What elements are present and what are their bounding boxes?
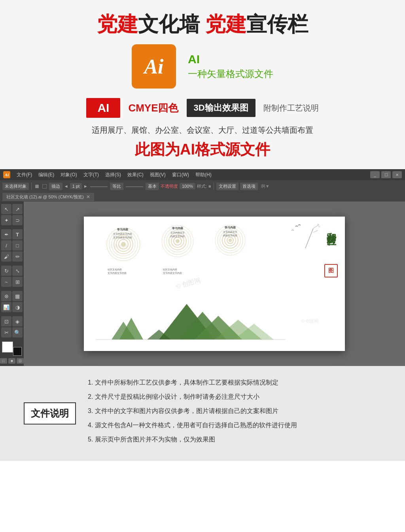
menu-object[interactable]: 对象(O) (58, 171, 79, 179)
menu-effect[interactable]: 效果(C) (125, 171, 146, 179)
svg-point-13 (176, 239, 180, 243)
text-box-2: 学习内容 文字内容文字内容文字内容 (162, 226, 193, 238)
sub-text-box-1: 社区文化内容 文字内容文字内容 (108, 268, 147, 275)
desc-item-3: 3. 文件中的文字和图片内容仅供参考，图片请根据自己的文案和图片 (88, 406, 381, 416)
stroke-color[interactable] (13, 347, 22, 356)
ai-description: AI 一种矢量格式源文件 (188, 53, 273, 80)
ai-icon-text: Ai (144, 55, 163, 78)
desc-item-1: 1. 文件中所标制作工艺仅供参考，具体制作工艺要根据实际情况制定 (88, 378, 381, 387)
document-tab[interactable]: 社区文化墙 (12).ai @ 50% (CMYK/预览) ✕ (2, 193, 94, 201)
select-tool[interactable]: ↖ (1, 204, 11, 214)
svg-line-30 (305, 228, 313, 248)
status-no-selection: 未选择对象 (2, 183, 29, 190)
menu-window[interactable]: 窗口(W) (170, 171, 191, 179)
branch-decoration (290, 221, 321, 254)
scissors-tool[interactable]: ✂ (1, 327, 11, 338)
text-box-3: 学习内容 文字内容文字内容文字内容 (215, 226, 245, 237)
text-box-1: 学习内容 文字内容文字内容文字内容文字内容 (107, 228, 138, 239)
tool-row-slice: ⊡ ◈ (1, 316, 23, 326)
menu-text[interactable]: 文字(T) (81, 171, 101, 179)
menu-file[interactable]: 文件(F) (14, 171, 34, 179)
tool-mode-row: □ ■ ⊡ (0, 358, 24, 364)
menu-view[interactable]: 视图(V) (148, 171, 168, 179)
normal-mode-icon[interactable]: □ (0, 358, 7, 364)
tag-ai-box: AI (86, 98, 120, 118)
stroke-width[interactable]: 1 pt (70, 183, 82, 189)
window-minimize-btn[interactable]: ⎯ (370, 171, 380, 178)
tab-title: 社区文化墙 (12).ai @ 50% (CMYK/预览) (6, 194, 84, 200)
free-transform-tool[interactable]: ⊞ (12, 277, 23, 287)
rotate-tool[interactable]: ↻ (1, 266, 11, 276)
pie-chart-tool[interactable]: ◑ (12, 302, 23, 312)
style-label: 样式: (197, 183, 207, 189)
behind-mode-icon[interactable]: ■ (8, 358, 15, 364)
rect-tool[interactable]: □ (12, 240, 23, 251)
svg-point-20 (229, 239, 232, 242)
warp-tool[interactable]: ~ (1, 277, 11, 287)
direct-select-tool[interactable]: ↗ (12, 204, 23, 214)
ai-menubar[interactable]: 文件(F) 编辑(E) 对象(O) 文字(T) 选择(S) 效果(C) 视图(V… (14, 171, 214, 179)
title-xuanchuan: 宣传栏 (246, 13, 308, 36)
tab-close-btn[interactable]: ✕ (86, 194, 90, 200)
bottom-section: 文件说明 1. 文件中所标制作工艺仅供参考，具体制作工艺要根据实际情况制定 2.… (0, 366, 405, 461)
preferences-btn[interactable]: 首选项 (240, 183, 258, 190)
eraser-tool[interactable]: ◈ (12, 316, 23, 326)
tool-row-brush: 🖌 ✏ (1, 251, 23, 262)
toolbar-divider (31, 183, 32, 190)
tool-row-scissors: ✂ 🔍 (1, 327, 23, 338)
fill-color[interactable] (2, 341, 13, 353)
tool-row-arrows: ↖ ↗ (1, 204, 23, 214)
zoom-tool[interactable]: 🔍 (12, 327, 23, 338)
red-stamp: 图 (324, 264, 338, 277)
tag-remark: 附制作工艺说明 (263, 103, 319, 113)
pencil-tool[interactable]: ✏ (12, 251, 23, 262)
desc-item-2: 2. 文件尺寸是投稿比例缩小设计，制作时请务必注意尺寸大小 (88, 392, 381, 402)
scale-tool[interactable]: ⤡ (12, 266, 23, 276)
magic-wand-tool[interactable]: ✦ (1, 215, 11, 225)
artwork-canvas: © 创图网 © 创图网 © 创图网 (84, 217, 345, 351)
type-tool[interactable]: T (12, 229, 23, 240)
screen-mode-icon[interactable]: ⊡ (17, 358, 24, 364)
window-restore-btn[interactable]: ☐ (381, 171, 391, 178)
svg-point-34 (318, 226, 320, 227)
toolbar-divider-2 (214, 183, 214, 190)
watermark-3: © 创图网 (301, 318, 319, 324)
ai-options-toolbar: 未选择对象 ■ □ 描边 ◄ 1 pt ► ———— 等比 ———— 基本 不透… (0, 180, 405, 192)
basic-select[interactable]: 基本 (146, 183, 159, 190)
tool-row-symbol: ⊛ ▦ (1, 291, 23, 301)
menu-edit[interactable]: 编辑(E) (36, 171, 57, 179)
window-close-btn[interactable]: ✕ (392, 171, 402, 178)
file-desc-label: 文件说明 (24, 402, 76, 424)
lasso-tool[interactable]: ⊃ (12, 215, 23, 225)
symbol-sprayer-tool[interactable]: ⊛ (1, 291, 11, 301)
product-title: 党建文化墙 党建宣传栏 (24, 12, 381, 36)
tool-row-line: / □ (1, 240, 23, 251)
doc-settings-btn[interactable]: 文档设置 (216, 183, 238, 190)
tool-row-warp: ~ ⊞ (1, 277, 23, 287)
desc-item-4: 4. 源文件包含AI一种文件格式，使用者可自行选择自己熟悉的软件进行使用 (88, 421, 381, 430)
ai-canvas-document: © 创图网 © 创图网 © 创图网 (84, 217, 345, 351)
column-graph-tool[interactable]: ▦ (12, 291, 23, 301)
file-desc-list: 1. 文件中所标制作工艺仅供参考，具体制作工艺要根据实际情况制定 2. 文件尺寸… (88, 378, 381, 449)
svg-point-33 (317, 224, 319, 225)
window-buttons: ⎯ ☐ ✕ (370, 171, 402, 178)
source-file-text: 此图为AI格式源文件 (24, 140, 381, 160)
menu-help[interactable]: 帮助(H) (193, 171, 214, 179)
line-tool[interactable]: / (1, 240, 11, 251)
ai-status-bar: 社区文化墙 (12).ai @ 50% (CMYK/预览) ✕ (0, 192, 405, 202)
ratio-select[interactable]: 等比 (110, 183, 123, 190)
tool-row-magic: ✦ ⊃ (1, 215, 23, 225)
tag-cmyk: CMYE四色 (128, 101, 178, 115)
paintbrush-tool[interactable]: 🖌 (1, 251, 11, 262)
color-swatch[interactable] (2, 341, 22, 356)
usage-text: 适用展厅、展馆、办公室、会议室、大厅、过道等公共墙面布置 (24, 125, 381, 136)
ai-desc-sub: 一种矢量格式源文件 (188, 68, 273, 80)
opacity-value[interactable]: 100% (180, 183, 195, 189)
menu-select[interactable]: 选择(S) (103, 171, 123, 179)
bar-chart-tool[interactable]: 📊 (1, 302, 11, 312)
pen-tool[interactable]: ✒ (1, 229, 11, 240)
desc-item-5: 5. 展示页中所含图片并不为实物，仅为效果图 (88, 435, 381, 444)
ai-titlebar: Ai 文件(F) 编辑(E) 对象(O) 文字(T) 选择(S) 效果(C) 视… (0, 169, 405, 180)
ai-app-icon: Ai (3, 171, 10, 178)
slice-tool[interactable]: ⊡ (1, 316, 11, 326)
